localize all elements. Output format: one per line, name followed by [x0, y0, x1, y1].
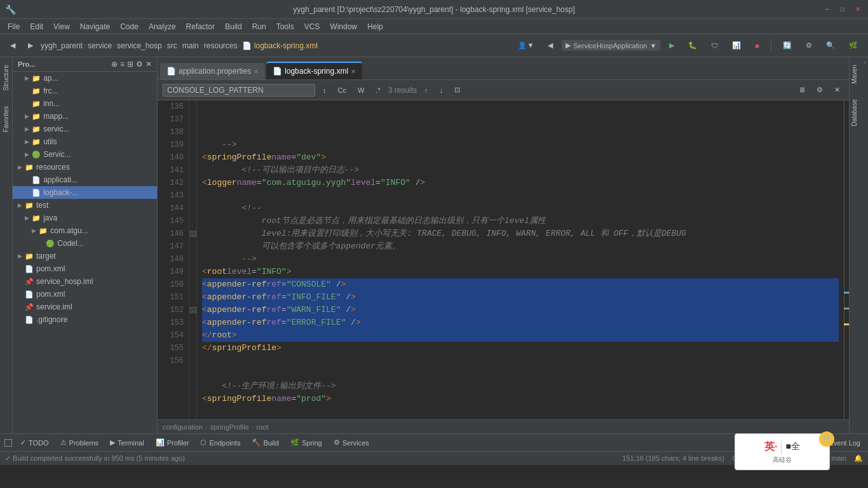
tree-item-frc---[interactable]: 📁frc... [13, 85, 157, 97]
cursor-position[interactable]: 151:16 (185 chars; 4 line breaks) [622, 454, 724, 463]
tree-item-service-iml[interactable]: 📌service.iml [13, 301, 157, 313]
menu-refactor[interactable]: Refactor [181, 21, 220, 32]
tree-item-servic---[interactable]: ▶📁servic... [13, 123, 157, 135]
search-down-btn[interactable]: ↓ [436, 85, 447, 95]
tab-logback[interactable]: 📄 logback-spring.xml ✕ [266, 62, 362, 79]
tree-item-ap---[interactable]: ▶📁ap... [13, 72, 157, 85]
search-everywhere-button[interactable]: 🔍 [821, 40, 840, 51]
xml-tag: appender-ref [207, 278, 267, 291]
tree-item-resources[interactable]: ▶📁resources [13, 161, 157, 173]
minimize-button[interactable]: − [822, 4, 832, 15]
tree-item-java[interactable]: ▶📁java [13, 212, 157, 224]
tree-item-logback----[interactable]: 📄logback-... [13, 186, 157, 199]
forward-button[interactable]: ▶ [23, 40, 38, 51]
breadcrumb-service-hosp[interactable]: service_hosp [117, 41, 162, 50]
breadcrumb-resources[interactable]: resources [204, 41, 238, 50]
search-filter-btn[interactable]: ≣ [796, 85, 809, 95]
tree-item-target[interactable]: ▶📁target [13, 250, 157, 262]
search-input[interactable] [163, 84, 315, 97]
bottom-tab-services[interactable]: ⚙ Services [329, 436, 374, 449]
search-prev-btn[interactable]: ↕ [319, 85, 330, 95]
debug-button[interactable]: 🐛 [683, 40, 702, 51]
structure-label[interactable]: Structure [1, 57, 11, 98]
tree-item-pom-xml[interactable]: 📄pom.xml [13, 262, 157, 275]
tree-item--gitignore[interactable]: 📄.gitignore [13, 313, 157, 326]
menu-file[interactable]: File [3, 21, 25, 32]
fold-marker[interactable]: - [190, 307, 196, 313]
tab-close-logback[interactable]: ✕ [351, 68, 356, 75]
run-config-selector[interactable]: ▶ ServiceHospApplication ▼ [562, 40, 660, 51]
menu-edit[interactable]: Edit [25, 21, 48, 32]
menu-window[interactable]: Window [325, 21, 362, 32]
run-button[interactable]: ▶ [664, 40, 679, 51]
left-panel-toggle[interactable] [3, 437, 14, 449]
menu-build[interactable]: Build [220, 21, 247, 32]
search-settings-btn[interactable]: ⚙ [813, 85, 827, 95]
favorites-label[interactable]: Favorites [1, 98, 11, 140]
stop-button[interactable]: ■ [750, 41, 764, 51]
tree-item-com-atgu---[interactable]: ▶📁com.atgu... [13, 224, 157, 237]
back-button[interactable]: ◀ [5, 40, 20, 51]
bottom-tab-profiler[interactable]: 📊 Profiler [151, 436, 194, 449]
tree-item-servic---[interactable]: ▶🟢Servic... [13, 148, 157, 161]
toolbar-back-btn[interactable]: ◀ [543, 40, 558, 51]
tab-close-properties[interactable]: ✕ [254, 68, 259, 75]
code-editor[interactable]: 1361371381391401411421431441451461471481… [158, 100, 849, 419]
breadcrumb-root[interactable]: root [256, 423, 268, 431]
tree-item-codel---[interactable]: 🟢Codel... [13, 237, 157, 250]
breadcrumb-main[interactable]: main [182, 41, 199, 50]
bottom-tab-terminal[interactable]: ▶ Terminal [105, 436, 149, 449]
breadcrumb-src[interactable]: src [167, 41, 177, 50]
whole-word-btn[interactable]: W [354, 85, 368, 95]
tree-item-inn---[interactable]: 📁inn... [13, 97, 157, 110]
sync-button[interactable]: 🔄 [778, 40, 797, 51]
right-maven-label[interactable]: Maven [850, 57, 862, 92]
tree-item-pom-xml[interactable]: 📄pom.xml [13, 288, 157, 301]
toolbar-action-1[interactable]: 👤▼ [513, 40, 539, 51]
tab-application-properties[interactable]: 📄 application.properties ✕ [160, 63, 265, 79]
breadcrumb-spring-profile[interactable]: springProfile [210, 423, 249, 431]
menu-help[interactable]: Help [362, 21, 388, 32]
coverage-button[interactable]: 🛡 [706, 41, 723, 51]
sidebar-layout-icon[interactable]: ⊞ [127, 60, 133, 69]
close-button[interactable]: ✕ [853, 4, 863, 15]
case-sensitive-btn[interactable]: Cc [334, 85, 350, 95]
bottom-tab-build[interactable]: 🔨 Build [247, 436, 283, 449]
right-database-label[interactable]: Database [850, 92, 862, 134]
search-context-btn[interactable]: ⊡ [451, 85, 464, 95]
menu-tools[interactable]: Tools [271, 21, 299, 32]
breadcrumb-root[interactable]: yygh_parent [41, 41, 83, 50]
tree-item-service-hosp-iml[interactable]: 📌service_hosp.iml [13, 275, 157, 288]
profile-button[interactable]: 📊 [727, 40, 746, 51]
tree-item-mapp---[interactable]: ▶📁mapp... [13, 110, 157, 123]
git-button[interactable]: 🌿 [844, 40, 863, 51]
search-close-btn[interactable]: ✕ [831, 85, 844, 95]
code-content[interactable]: --> <springProfile name="dev"> <!--可以输出项… [197, 100, 844, 419]
menu-code[interactable]: Code [115, 21, 144, 32]
bottom-tab-spring[interactable]: 🌿 Spring [285, 436, 327, 449]
tree-arrow: ▶ [15, 253, 24, 259]
sidebar-gear-icon[interactable]: ⊕ [111, 60, 118, 69]
menu-view[interactable]: View [48, 21, 75, 32]
regex-btn[interactable]: .* [372, 85, 384, 95]
tree-item-applicati---[interactable]: 📄applicati... [13, 173, 157, 186]
menu-run[interactable]: Run [247, 21, 271, 32]
menu-analyze[interactable]: Analyze [144, 21, 181, 32]
maximize-button[interactable]: □ [837, 4, 848, 15]
menu-vcs[interactable]: VCS [299, 21, 325, 32]
tree-item-test[interactable]: ▶📁test [13, 199, 157, 212]
breadcrumb-configuration[interactable]: configuration [163, 423, 203, 431]
search-up-btn[interactable]: ↑ [421, 85, 432, 95]
sidebar-list-icon[interactable]: ≡ [120, 60, 125, 69]
settings-button[interactable]: ⚙ [801, 40, 817, 51]
tree-item-utils[interactable]: ▶📁utils [13, 135, 157, 148]
menu-navigate[interactable]: Navigate [75, 21, 115, 32]
bottom-tab-todo[interactable]: ✓ TODO [15, 436, 54, 449]
breadcrumb-service[interactable]: service [88, 41, 112, 50]
sidebar-settings-icon[interactable]: ⚙ [136, 60, 143, 69]
sidebar-close-icon[interactable]: ✕ [146, 60, 152, 69]
fold-marker[interactable]: - [190, 231, 196, 237]
bottom-tab-endpoints[interactable]: ⬡ Endpoints [195, 436, 245, 449]
bottom-tab-problems[interactable]: ⚠ Problems [55, 436, 104, 449]
breadcrumb-file[interactable]: 📄 logback-spring.xml [242, 41, 317, 50]
